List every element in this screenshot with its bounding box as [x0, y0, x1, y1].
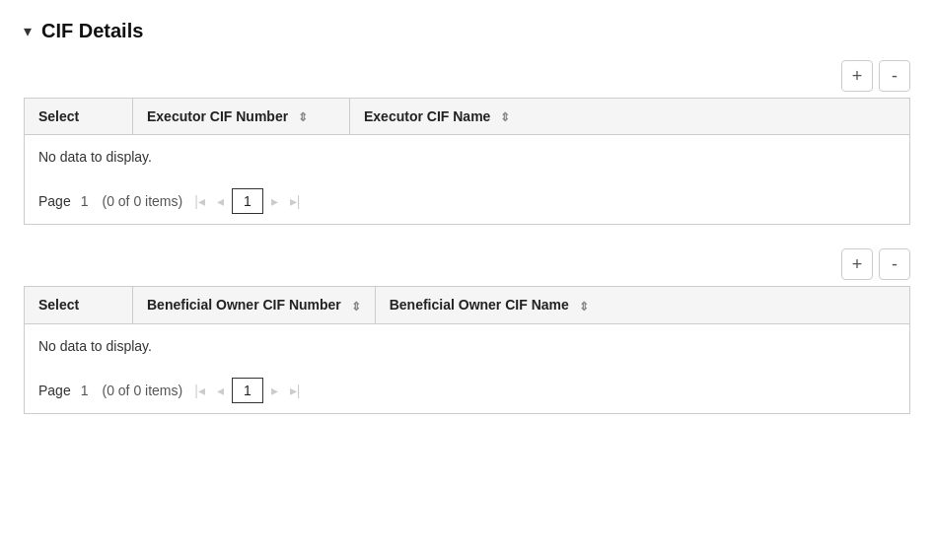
beneficial-owner-toolbar: + - — [24, 248, 910, 280]
executor-nav-controls: |◂ ◂ ▸ ▸| — [190, 188, 304, 214]
executor-first-page-button[interactable]: |◂ — [190, 191, 209, 211]
executor-add-button[interactable]: + — [841, 60, 873, 92]
beneficial-owner-page-number: 1 — [81, 383, 89, 398]
beneficial-owner-no-data-cell: No data to display. — [25, 323, 910, 368]
beneficial-owner-next-page-button[interactable]: ▸ — [267, 381, 282, 400]
executor-toolbar: + - — [24, 60, 910, 92]
beneficial-owner-cif-number-sort-icon: ⇕ — [351, 300, 361, 314]
beneficial-owner-table: Select Beneficial Owner CIF Number ⇕ Ben… — [24, 286, 910, 413]
executor-table-header-row: Select Executor CIF Number ⇕ Executor CI… — [25, 99, 910, 135]
beneficial-owner-col-select: Select — [25, 287, 133, 323]
beneficial-owner-page-input[interactable] — [232, 378, 263, 403]
beneficial-owner-add-button[interactable]: + — [841, 248, 873, 280]
beneficial-owner-cif-section: + - Select Beneficial Owner CIF Number ⇕… — [24, 248, 910, 413]
executor-page-label: Page — [38, 193, 71, 209]
executor-col-cif-name[interactable]: Executor CIF Name ⇕ — [350, 99, 910, 135]
executor-remove-button[interactable]: - — [879, 60, 910, 92]
executor-cif-number-sort-icon: ⇕ — [298, 110, 308, 124]
beneficial-owner-pagination: Page 1 (0 of 0 items) |◂ ◂ ▸ ▸| — [38, 378, 896, 403]
executor-pagination-row: Page 1 (0 of 0 items) |◂ ◂ ▸ ▸| — [25, 178, 910, 225]
section-header: ▾ CIF Details — [24, 20, 910, 42]
executor-pagination-cell: Page 1 (0 of 0 items) |◂ ◂ ▸ ▸| — [25, 178, 910, 225]
beneficial-owner-col-cif-name[interactable]: Beneficial Owner CIF Name ⇕ — [375, 287, 909, 323]
beneficial-owner-last-page-button[interactable]: ▸| — [286, 381, 305, 400]
collapse-icon[interactable]: ▾ — [24, 22, 32, 40]
beneficial-owner-prev-page-button[interactable]: ◂ — [213, 381, 228, 400]
executor-next-page-button[interactable]: ▸ — [267, 191, 282, 211]
executor-items-info: (0 of 0 items) — [103, 193, 183, 209]
beneficial-owner-no-data-row: No data to display. — [25, 323, 910, 368]
page-title: CIF Details — [41, 20, 143, 42]
beneficial-owner-cif-name-sort-icon: ⇕ — [579, 300, 589, 314]
beneficial-owner-remove-button[interactable]: - — [879, 248, 910, 280]
executor-pagination: Page 1 (0 of 0 items) |◂ ◂ ▸ ▸| — [38, 188, 896, 214]
executor-table: Select Executor CIF Number ⇕ Executor CI… — [24, 98, 910, 225]
beneficial-owner-pagination-row: Page 1 (0 of 0 items) |◂ ◂ ▸ ▸| — [25, 368, 910, 414]
executor-no-data-cell: No data to display. — [25, 135, 910, 179]
executor-cif-name-sort-icon: ⇕ — [500, 110, 510, 124]
beneficial-owner-table-header-row: Select Beneficial Owner CIF Number ⇕ Ben… — [25, 287, 910, 323]
beneficial-owner-items-info: (0 of 0 items) — [103, 383, 183, 398]
executor-col-select: Select — [25, 99, 133, 135]
executor-cif-section: + - Select Executor CIF Number ⇕ Executo… — [24, 60, 910, 225]
executor-page-input[interactable] — [232, 188, 263, 214]
executor-no-data-row: No data to display. — [25, 135, 910, 179]
beneficial-owner-col-cif-number[interactable]: Beneficial Owner CIF Number ⇕ — [133, 287, 376, 323]
executor-last-page-button[interactable]: ▸| — [286, 191, 305, 211]
executor-col-cif-number[interactable]: Executor CIF Number ⇕ — [133, 99, 350, 135]
beneficial-owner-page-label: Page — [38, 383, 71, 398]
executor-prev-page-button[interactable]: ◂ — [213, 191, 228, 211]
beneficial-owner-pagination-cell: Page 1 (0 of 0 items) |◂ ◂ ▸ ▸| — [25, 368, 910, 414]
beneficial-owner-first-page-button[interactable]: |◂ — [190, 381, 209, 400]
executor-page-number: 1 — [81, 193, 89, 209]
beneficial-owner-nav-controls: |◂ ◂ ▸ ▸| — [190, 378, 304, 403]
